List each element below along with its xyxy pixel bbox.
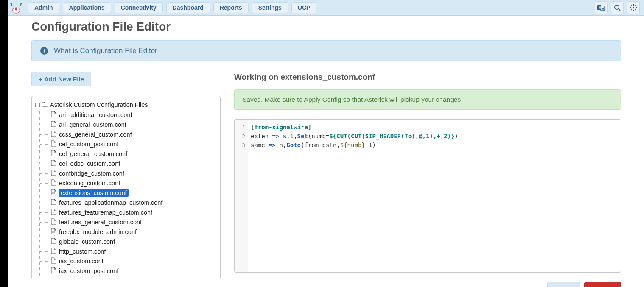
tree-file-item[interactable]: features_general_custom.conf [40, 217, 217, 227]
file-tree-panel: − Asterisk Custom Configuration Files ar… [31, 96, 221, 279]
tree-file-item[interactable]: ari_general_custom.conf [40, 120, 217, 129]
file-icon [51, 170, 59, 177]
file-icon [51, 267, 59, 275]
tree-file-label: cel_odbc_custom.conf [59, 160, 120, 167]
nav-reports[interactable]: Reports [213, 2, 249, 13]
tree-file-item[interactable]: extconfig_custom.conf [40, 178, 217, 188]
page-title: Configuration File Editor [31, 20, 621, 33]
tree-file-label: cel_general_custom.conf [59, 150, 127, 157]
file-icon [51, 209, 59, 216]
tree-file-item[interactable]: iax_custom.conf [40, 256, 217, 266]
success-banner: Saved. Make sure to Apply Config so that… [234, 89, 621, 110]
tree-file-list: ari_additional_custom.confari_general_cu… [39, 110, 217, 276]
tree-file-label: features_featuremap_custom.conf [59, 209, 152, 216]
delete-button[interactable]: Delete [584, 282, 621, 287]
svg-line-13 [631, 5, 632, 6]
nav-dashboard[interactable]: Dashboard [166, 2, 210, 13]
file-icon [51, 218, 59, 226]
tree-file-item[interactable]: features_applicationmap_custom.conf [40, 198, 217, 207]
folder-icon [42, 101, 48, 108]
file-icon [51, 131, 59, 138]
tree-file-label: globals_custom.conf [59, 238, 115, 245]
tree-file-label: freepbx_module_admin.conf [59, 228, 137, 235]
svg-point-8 [633, 7, 634, 8]
nav-connectivity[interactable]: Connectivity [115, 2, 163, 13]
code-editor[interactable]: 123 [from-signalwire] exten => s,1,Set(n… [234, 119, 621, 273]
file-icon [51, 238, 59, 245]
top-nav-bar: AdminApplicationsConnectivityDashboardRe… [0, 0, 644, 16]
nav-ucp[interactable]: UCP [291, 2, 317, 13]
tree-collapse-icon[interactable]: − [35, 103, 40, 107]
tree-root[interactable]: − Asterisk Custom Configuration Files [35, 100, 217, 110]
app-logo[interactable] [8, 1, 24, 14]
svg-text:A: A [602, 7, 604, 10]
tree-file-item[interactable]: ccss_general_custom.conf [40, 129, 217, 139]
info-banner[interactable]: i What is Configuration File Editor [31, 40, 621, 61]
tree-file-item[interactable]: cel_general_custom.conf [40, 149, 217, 159]
file-icon [51, 140, 59, 148]
info-banner-text: What is Configuration File Editor [54, 47, 157, 55]
tree-file-item[interactable]: extensions_custom.conf [40, 188, 217, 198]
svg-text:文: 文 [598, 6, 602, 9]
tree-file-label: features_applicationmap_custom.conf [59, 199, 162, 206]
tree-file-item[interactable]: globals_custom.conf [40, 237, 217, 246]
working-on-title: Working on extensions_custom.conf [234, 72, 621, 82]
svg-line-14 [635, 9, 636, 10]
tree-file-label: http_custom.conf [59, 248, 106, 255]
tree-file-item[interactable]: ari_additional_custom.conf [40, 110, 217, 120]
code-content[interactable]: [from-signalwire] exten => s,1,Set(numb=… [248, 120, 458, 272]
file-icon [51, 179, 59, 187]
file-icon [51, 199, 59, 206]
tree-file-item[interactable]: features_featuremap_custom.conf [40, 207, 217, 217]
nav-settings[interactable]: Settings [252, 2, 288, 13]
tree-file-item[interactable]: iax_custom_post.conf [40, 266, 217, 276]
tree-file-item[interactable]: cel_custom_post.conf [40, 139, 217, 149]
tree-file-item[interactable]: freepbx_module_admin.conf [40, 227, 217, 237]
file-icon [51, 248, 59, 255]
tree-file-label: ari_general_custom.conf [59, 121, 126, 128]
line-gutter: 123 [235, 120, 248, 272]
tree-file-item[interactable]: confbridge_custom.conf [40, 168, 217, 178]
file-icon [51, 121, 59, 128]
file-icon [51, 228, 59, 236]
tree-file-label: iax_custom_post.conf [59, 267, 118, 274]
file-icon [51, 189, 59, 197]
file-icon [51, 160, 59, 167]
tree-file-label: ari_additional_custom.conf [59, 111, 132, 118]
file-icon [51, 150, 59, 158]
tree-file-label: extensions_custom.conf [59, 189, 129, 197]
nav-items: AdminApplicationsConnectivityDashboardRe… [26, 2, 318, 13]
language-icon-button[interactable]: 文A [595, 1, 608, 14]
tree-root-label: Asterisk Custom Configuration Files [50, 101, 148, 108]
svg-line-7 [619, 9, 620, 11]
info-icon: i [40, 47, 48, 55]
nav-applications[interactable]: Applications [63, 2, 111, 13]
svg-point-6 [615, 5, 619, 9]
add-new-file-button[interactable]: + Add New File [31, 72, 91, 86]
svg-point-1 [15, 8, 17, 11]
tree-file-label: cel_custom_post.conf [59, 141, 118, 148]
tree-file-label: extconfig_custom.conf [59, 180, 120, 187]
save-button[interactable]: Save [547, 282, 580, 287]
tree-file-item[interactable]: cel_odbc_custom.conf [40, 159, 217, 168]
tree-file-label: features_general_custom.conf [59, 219, 142, 226]
search-icon-button[interactable] [611, 1, 624, 14]
tree-file-label: confbridge_custom.conf [59, 170, 124, 177]
svg-line-15 [631, 9, 632, 10]
plus-icon: + [39, 75, 42, 83]
tree-file-label: iax_custom.conf [59, 258, 104, 265]
svg-line-16 [635, 5, 636, 6]
tree-file-item[interactable]: http_custom.conf [40, 246, 217, 256]
file-icon [51, 257, 59, 265]
file-icon [51, 111, 59, 119]
nav-admin[interactable]: Admin [28, 2, 59, 13]
gear-icon-button[interactable] [627, 1, 640, 14]
tree-file-label: ccss_general_custom.conf [59, 131, 132, 138]
